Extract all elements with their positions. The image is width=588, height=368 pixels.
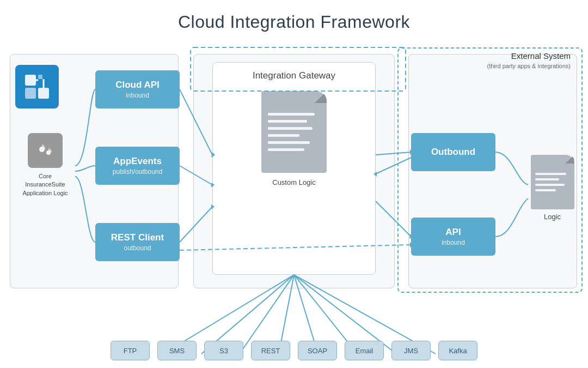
integration-gateway-box: Integration Gateway Custom Logic (212, 62, 376, 275)
page-title: Cloud Integration Framework (0, 0, 588, 38)
protocol-s3: S3 (204, 341, 243, 360)
protocol-soap: SOAP (298, 341, 337, 360)
protocol-sms: SMS (157, 341, 197, 360)
core-label: CoreInsuranceSuiteApplication Logic (22, 172, 68, 197)
rest-client-box: REST Client outbound (95, 223, 180, 261)
protocol-kafka: Kafka (438, 341, 477, 360)
protocol-jms: JMS (391, 341, 431, 360)
core-box: CoreInsuranceSuiteApplication Logic (15, 133, 75, 204)
protocol-rest: REST (251, 341, 290, 360)
logic-box: Logic (526, 155, 578, 231)
protocol-row: FTP SMS S3 REST SOAP Email JMS Kafka (0, 341, 588, 360)
logo-box (15, 65, 59, 108)
svg-rect-2 (38, 88, 49, 99)
logic-doc-icon (531, 155, 574, 209)
custom-logic-label: Custom Logic (272, 178, 315, 186)
diagram-area: External System (third party apps & inte… (0, 38, 588, 368)
svg-rect-3 (38, 75, 42, 79)
gear-icon (28, 133, 63, 168)
appevents-box: AppEvents publish/outbound (95, 147, 180, 185)
protocol-email: Email (345, 341, 384, 360)
svg-rect-1 (25, 88, 36, 99)
api-inbound-box: API inbound (411, 218, 495, 256)
svg-rect-0 (25, 75, 36, 86)
logic-label: Logic (544, 213, 561, 221)
outbound-box: Outbound (411, 133, 495, 171)
protocol-ftp: FTP (111, 341, 150, 360)
cloud-api-box: Cloud API inbound (95, 70, 180, 108)
external-system-label: External System (third party apps & inte… (487, 51, 571, 70)
custom-logic-doc (261, 91, 327, 173)
